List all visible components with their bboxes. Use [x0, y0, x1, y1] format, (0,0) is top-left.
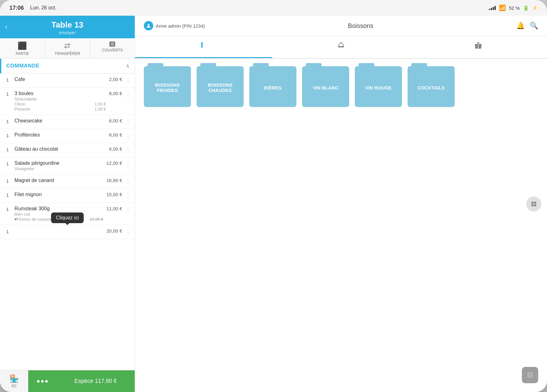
order-menu-icon[interactable]: ⋮ [125, 91, 131, 98]
commande-chevron: ∧ [126, 62, 130, 69]
order-name: Salade périgourdine [14, 160, 103, 166]
order-menu-icon[interactable]: ⋮ [125, 178, 131, 185]
svg-point-15 [532, 373, 533, 374]
order-price: 15,00 € [106, 192, 122, 197]
order-details: Cheesecake [14, 118, 106, 124]
order-item[interactable]: 1 Magret de canard 16,90 € ⋮ [0, 175, 135, 189]
category-boissons-chaudes[interactable]: BOISSONSCHAUDES [197, 66, 244, 107]
order-menu-icon[interactable]: ⋮ [125, 132, 131, 140]
category-boissons-froides[interactable]: BOISSONSFROIDES [144, 66, 191, 107]
status-date: Lun. 26 oct. [30, 5, 57, 11]
tab-gifts[interactable] [410, 36, 547, 58]
charging-icon: ⚡ [532, 5, 538, 10]
order-menu-icon[interactable]: ⋮ [125, 146, 131, 154]
category-cocktails[interactable]: COCKTAILS [408, 66, 455, 107]
order-sub: Vinaigrette [14, 166, 103, 171]
order-item[interactable]: 1 Cafe 2,00 € ⋮ [0, 73, 135, 88]
device-frame: 17:06 Lun. 26 oct. 📶 52 % 🔋 ⚡ ‹ Table 13… [0, 0, 547, 392]
dots-button[interactable] [28, 370, 57, 392]
status-right: 📶 52 % 🔋 ⚡ [489, 4, 538, 11]
tab-transferer[interactable]: ⇄ TRANSFÉRER [45, 38, 90, 58]
bottom-bar: 🏪 ICI Espèce 117,90 € [0, 370, 135, 392]
right-header: Anne admin (PIN 1234) Boissons 🔔 🔍 [135, 16, 547, 36]
order-qty: 1 [4, 91, 11, 97]
table-subtitle: envoyer [0, 30, 135, 35]
main-content: ‹ Table 13 envoyer ⬛ PARTIE ⇄ TRANSFÉRER… [0, 16, 547, 392]
order-menu-icon[interactable]: ⋮ [125, 192, 131, 199]
section-title: Boissons [348, 22, 373, 30]
category-vin-blanc[interactable]: VIN BLANC [302, 66, 349, 107]
order-menu-icon[interactable]: ⋮ [125, 77, 131, 84]
drinks-icon [199, 40, 209, 53]
order-price: 8,00 € [109, 91, 122, 96]
svg-point-13 [528, 373, 529, 374]
partie-icon: ⬛ [18, 41, 27, 50]
order-menu-icon[interactable]: ⋮ [125, 118, 131, 126]
order-qty: 1 [4, 206, 11, 212]
order-name: Cafe [14, 77, 106, 82]
svg-point-20 [530, 377, 531, 378]
order-price: 16,90 € [106, 178, 122, 183]
order-item[interactable]: 1 Profiteroles 6,00 € ⋮ [0, 129, 135, 143]
order-qty: 1 [4, 118, 11, 124]
payment-button[interactable]: Espèce 117,90 € [57, 370, 135, 392]
order-list: 1 Cafe 2,00 € ⋮ 1 3 boules Stracciatella… [0, 73, 135, 370]
order-details: 3 boules Stracciatella Citron 1,50 € Pis… [14, 91, 106, 111]
svg-rect-10 [534, 201, 536, 204]
category-bieres[interactable]: BIÈRES [249, 66, 296, 107]
order-qty: 1 [4, 132, 11, 138]
battery-icon: 🔋 [523, 5, 529, 11]
order-details: Salade périgourdine Vinaigrette [14, 160, 103, 171]
order-menu-icon[interactable]: ⋮ [125, 206, 131, 213]
order-sub: Stracciatella [14, 97, 106, 101]
order-item[interactable]: 1 Gâteau au chocolat 6,00 € ⋮ [0, 143, 135, 157]
category-vin-rouge[interactable]: VIN ROUGE [355, 66, 402, 107]
order-sub-strikethrough: 22,00 € [90, 217, 103, 222]
order-menu-icon[interactable]: ⋮ [125, 160, 131, 168]
order-qty: 1 [4, 160, 11, 166]
order-sub-price: 1,50 € [95, 107, 106, 111]
dot [37, 380, 40, 383]
category-grid: BOISSONSFROIDES BOISSONSCHAUDES BIÈRES V… [135, 59, 547, 115]
svg-point-18 [532, 375, 533, 376]
order-name: Profiteroles [14, 132, 106, 138]
tab-couverts[interactable]: 0 COUVERTS [90, 38, 135, 58]
tab-transferer-label: TRANSFÉRER [55, 51, 80, 56]
order-price: 6,00 € [109, 118, 122, 123]
tab-partie[interactable]: ⬛ PARTIE [0, 38, 45, 58]
order-item-tooltip[interactable]: Cliquez ici 1 20,00 € ⋮ [0, 225, 135, 239]
order-name: Magret de canard [14, 178, 103, 183]
float-button[interactable] [526, 196, 541, 212]
tab-drinks[interactable] [135, 36, 272, 58]
order-name: Gâteau au chocolat [14, 146, 106, 152]
ici-icon: 🏪 [9, 374, 19, 383]
order-menu-icon[interactable]: ⋮ [125, 228, 131, 236]
tab-partie-label: PARTIE [16, 51, 29, 56]
order-name: Rumsteak 300g [14, 206, 103, 212]
wifi-icon: 📶 [499, 4, 506, 11]
status-bar: 17:06 Lun. 26 oct. 📶 52 % 🔋 ⚡ [0, 0, 547, 16]
bell-icon[interactable]: 🔔 [516, 22, 525, 30]
order-name: Filet mignon [14, 192, 103, 197]
order-item[interactable]: 1 Cheesecake 6,00 € ⋮ [0, 115, 135, 129]
order-item[interactable]: 1 Salade périgourdine Vinaigrette 12,00 … [0, 157, 135, 175]
tooltip: Cliquez ici [51, 212, 84, 223]
search-icon[interactable]: 🔍 [530, 22, 538, 30]
order-item[interactable]: 1 Filet mignon 15,00 € ⋮ [0, 189, 135, 203]
battery-percent: 52 % [509, 5, 520, 11]
svg-rect-9 [532, 201, 534, 204]
keypad-button[interactable] [522, 367, 538, 383]
order-price: 12,00 € [106, 160, 122, 166]
ici-label: ICI [12, 384, 16, 388]
order-item[interactable]: 1 3 boules Stracciatella Citron 1,50 € P… [0, 88, 135, 115]
ici-button[interactable]: 🏪 ICI [0, 370, 28, 392]
order-details: Gâteau au chocolat [14, 146, 106, 152]
commande-title: COMMANDE [6, 63, 40, 69]
order-qty: 1 [4, 178, 11, 184]
order-price: 6,00 € [109, 132, 122, 137]
svg-point-14 [530, 373, 531, 374]
svg-point-19 [528, 377, 529, 378]
tab-food[interactable] [272, 36, 409, 58]
commande-header[interactable]: COMMANDE ∧ [0, 59, 135, 73]
order-price: 11,00 € [106, 206, 122, 211]
